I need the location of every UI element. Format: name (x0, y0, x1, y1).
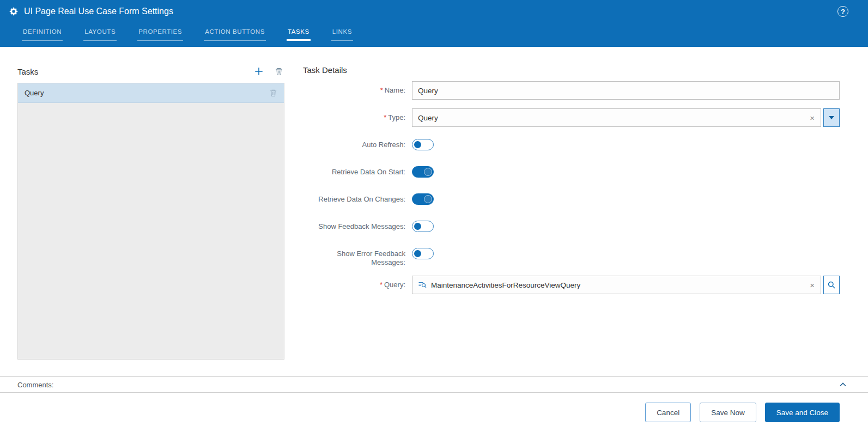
tab-properties[interactable]: PROPERTIES (137, 27, 183, 41)
query-lookup-button[interactable] (823, 276, 840, 294)
tab-bar: DEFINITION LAYOUTS PROPERTIES ACTION BUT… (0, 23, 868, 47)
query-lookup-field[interactable]: MaintenanceActivitiesForResourceViewQuer… (412, 276, 821, 294)
cancel-button[interactable]: Cancel (645, 403, 691, 422)
retrieve-on-changes-toggle[interactable] (412, 193, 434, 205)
required-asterisk: * (384, 113, 386, 121)
main-content: Tasks Query Task Details (0, 47, 868, 376)
name-label: Name: (385, 86, 405, 94)
tasks-panel-title: Tasks (17, 67, 244, 76)
chevron-down-icon (829, 116, 834, 119)
tab-definition[interactable]: DEFINITION (22, 27, 63, 41)
tab-tasks[interactable]: TASKS (287, 27, 311, 41)
help-icon[interactable]: ? (837, 6, 848, 17)
gear-icon (9, 7, 19, 16)
tab-action-buttons[interactable]: ACTION BUTTONS (204, 27, 266, 41)
page-title: UI Page Real Use Case Form Settings (24, 7, 173, 16)
task-details-title: Task Details (303, 65, 840, 75)
chevron-up-icon (839, 380, 847, 389)
task-list-item[interactable]: Query (18, 83, 284, 103)
trash-icon (275, 67, 283, 76)
name-row: *Name: (303, 81, 840, 100)
plus-icon (254, 66, 264, 76)
type-row: *Type: Query × (303, 108, 840, 127)
add-task-button[interactable] (253, 65, 265, 77)
type-value: Query (418, 114, 807, 122)
required-asterisk: * (380, 86, 383, 94)
search-icon (827, 281, 836, 289)
show-error-feedback-label: Show Error Feedback Messages: (303, 245, 412, 267)
required-asterisk: * (380, 281, 383, 289)
footer-actions: Cancel Save Now Save and Close (0, 393, 868, 432)
retrieve-on-start-row: Retrieve Data On Start: (303, 163, 840, 181)
type-label: Type: (388, 113, 405, 121)
task-details-panel: Task Details *Name: *Type: Query × (303, 65, 840, 376)
retrieve-on-start-toggle[interactable] (412, 166, 434, 178)
retrieve-on-start-label: Retrieve Data On Start: (303, 163, 412, 181)
comments-collapse-button[interactable] (837, 379, 848, 390)
query-value: MaintenanceActivitiesForResourceViewQuer… (431, 281, 807, 289)
app-header: UI Page Real Use Case Form Settings ? (0, 0, 868, 23)
comments-label: Comments: (17, 381, 837, 389)
show-feedback-row: Show Feedback Messages: (303, 217, 840, 236)
tab-links[interactable]: LINKS (331, 27, 353, 41)
name-input[interactable] (412, 81, 840, 100)
show-feedback-toggle[interactable] (412, 221, 434, 232)
task-item-label: Query (25, 89, 44, 97)
query-label: Query: (384, 281, 405, 289)
type-combobox[interactable]: Query × (412, 108, 821, 127)
auto-refresh-toggle[interactable] (412, 139, 434, 150)
save-and-close-button[interactable]: Save and Close (765, 403, 840, 422)
type-dropdown-button[interactable] (823, 108, 840, 127)
clear-icon[interactable]: × (807, 281, 817, 289)
comments-section: Comments: (0, 376, 868, 393)
clear-icon[interactable]: × (807, 114, 817, 122)
auto-refresh-label: Auto Refresh: (303, 136, 412, 154)
tasks-list: Query (17, 83, 284, 360)
show-feedback-label: Show Feedback Messages: (303, 217, 412, 236)
show-error-feedback-toggle[interactable] (412, 248, 434, 259)
show-error-feedback-row: Show Error Feedback Messages: (303, 245, 840, 267)
row-trash-icon[interactable] (269, 89, 277, 97)
save-now-button[interactable]: Save Now (700, 403, 756, 422)
delete-task-button[interactable] (274, 66, 284, 77)
tasks-panel: Tasks Query (17, 65, 284, 376)
query-search-lines-icon (418, 281, 427, 289)
retrieve-on-changes-label: Retrieve Data On Changes: (303, 190, 412, 209)
retrieve-on-changes-row: Retrieve Data On Changes: (303, 190, 840, 209)
query-row: *Query: MaintenanceActivitiesForResource… (303, 276, 840, 294)
tab-layouts[interactable]: LAYOUTS (83, 27, 117, 41)
auto-refresh-row: Auto Refresh: (303, 136, 840, 154)
